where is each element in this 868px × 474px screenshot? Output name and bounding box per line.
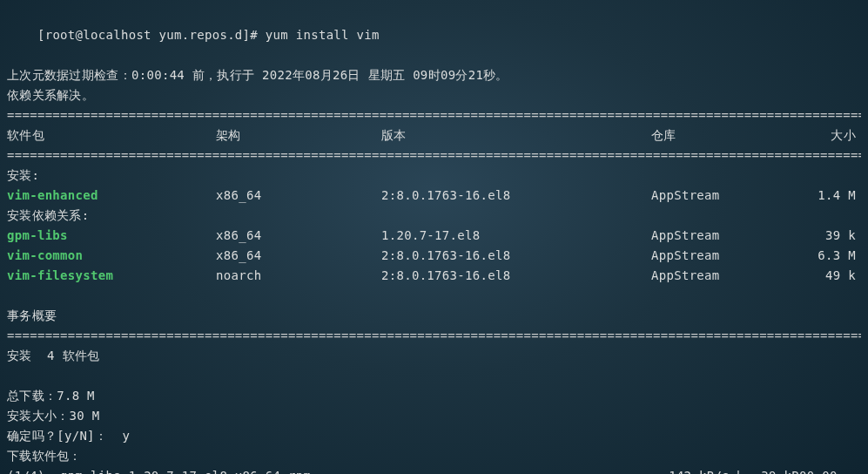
hdr-version: 版本 bbox=[381, 125, 651, 146]
pkg-name: gpm-libs bbox=[7, 226, 216, 246]
download-row: (1/4): gpm-libs-1.20.7-17.el8.x86_64.rpm… bbox=[7, 466, 861, 474]
table-row: vim-enhancedx86_642:8.0.1763-16.el8AppSt… bbox=[7, 186, 861, 206]
install-section-label: 安装: bbox=[7, 166, 861, 186]
dl-index: (1/4): bbox=[7, 469, 60, 474]
pkg-size: 39 k bbox=[812, 226, 856, 246]
summary-title: 事务概要 bbox=[7, 306, 861, 326]
divider: ========================================… bbox=[7, 326, 861, 346]
hdr-size: 大小 bbox=[812, 125, 856, 146]
install-count: 安装 4 软件包 bbox=[7, 346, 861, 366]
dl-file: gpm-libs-1.20.7-17.el8.x86_64.rpm bbox=[60, 469, 311, 474]
table-header: 软件包架构版本仓库大小 bbox=[7, 125, 861, 146]
pkg-arch: noarch bbox=[216, 266, 381, 286]
dl-rate: 142 kB/s bbox=[651, 466, 730, 474]
confirm-prompt[interactable]: 确定吗？[y/N]： y bbox=[7, 426, 861, 446]
pkg-repo: AppStream bbox=[651, 186, 812, 206]
shell-prompt: [root@localhost yum.repos.d]# bbox=[37, 28, 266, 42]
total-download: 总下载：7.8 M bbox=[7, 386, 861, 406]
install-size: 安装大小：30 M bbox=[7, 406, 861, 426]
divider: ========================================… bbox=[7, 105, 861, 125]
pkg-arch: x86_64 bbox=[216, 226, 381, 246]
pkg-repo: AppStream bbox=[651, 246, 812, 266]
hdr-repo: 仓库 bbox=[651, 125, 812, 146]
pkg-name: vim-common bbox=[7, 246, 216, 266]
pkg-version: 2:8.0.1763-16.el8 bbox=[381, 246, 651, 266]
pkg-name: vim-enhanced bbox=[7, 186, 216, 206]
hdr-arch: 架构 bbox=[216, 125, 381, 146]
table-row: vim-filesystemnoarch2:8.0.1763-16.el8App… bbox=[7, 266, 861, 286]
blank-line bbox=[7, 366, 861, 386]
install-deps-label: 安装依赖关系: bbox=[7, 206, 861, 226]
pkg-size: 6.3 M bbox=[812, 246, 856, 266]
dl-total: 39 kB bbox=[747, 466, 799, 474]
prompt-line[interactable]: [root@localhost yum.repos.d]# yum instal… bbox=[7, 5, 861, 65]
hdr-package: 软件包 bbox=[7, 125, 216, 146]
pkg-arch: x86_64 bbox=[216, 186, 381, 206]
pkg-version: 2:8.0.1763-16.el8 bbox=[381, 186, 651, 206]
pkg-size: 1.4 M bbox=[812, 186, 856, 206]
metadata-line: 上次元数据过期检查：0:00:44 前，执行于 2022年08月26日 星期五 … bbox=[7, 65, 861, 85]
pkg-name: vim-filesystem bbox=[7, 266, 216, 286]
dl-separator: | bbox=[730, 466, 747, 474]
table-row: gpm-libsx86_641.20.7-17.el8AppStream39 k bbox=[7, 226, 861, 246]
blank-line bbox=[7, 286, 861, 306]
dl-eta: 00:00 bbox=[799, 466, 864, 474]
resolved-line: 依赖关系解决。 bbox=[7, 85, 861, 105]
pkg-version: 1.20.7-17.el8 bbox=[381, 226, 651, 246]
pkg-arch: x86_64 bbox=[216, 246, 381, 266]
pkg-version: 2:8.0.1763-16.el8 bbox=[381, 266, 651, 286]
download-label: 下载软件包： bbox=[7, 446, 861, 466]
pkg-repo: AppStream bbox=[651, 266, 812, 286]
divider: ========================================… bbox=[7, 146, 861, 166]
terminal-output: [root@localhost yum.repos.d]# yum instal… bbox=[0, 0, 868, 474]
pkg-repo: AppStream bbox=[651, 226, 812, 246]
pkg-size: 49 k bbox=[812, 266, 856, 286]
command-text: yum install vim bbox=[266, 28, 380, 42]
table-row: vim-commonx86_642:8.0.1763-16.el8AppStre… bbox=[7, 246, 861, 266]
